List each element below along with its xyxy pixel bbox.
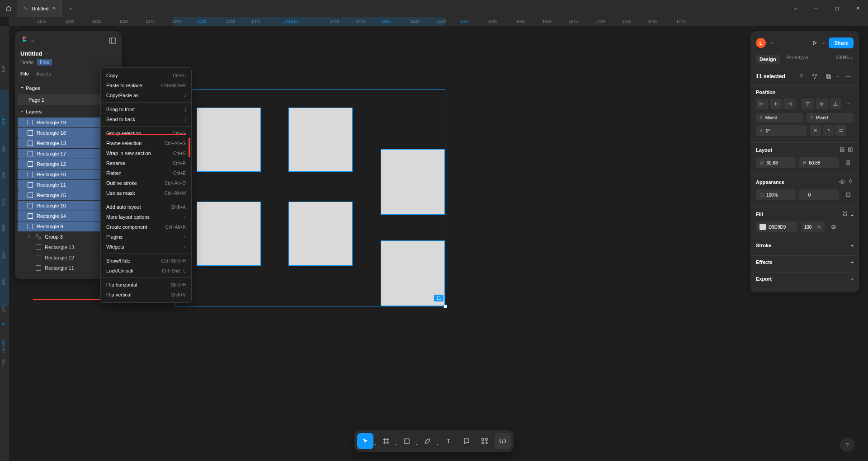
- text-tool[interactable]: T: [440, 433, 457, 449]
- add-fill-icon[interactable]: +: [851, 212, 854, 218]
- close-icon[interactable]: ✕: [52, 5, 56, 11]
- opacity-input[interactable]: ▢100%: [756, 189, 796, 200]
- menu-item[interactable]: Bring to front]: [101, 104, 191, 114]
- menu-item[interactable]: Copy/Paste as›: [101, 90, 191, 100]
- menu-item[interactable]: Paste to replaceCtrl+Shift+R: [101, 80, 191, 90]
- more-icon[interactable]: ⋯: [843, 71, 854, 82]
- width-input[interactable]: W60.88: [756, 157, 796, 168]
- dev-mode-tool[interactable]: [495, 433, 511, 449]
- duplicate-icon[interactable]: [823, 71, 834, 82]
- minimize-button[interactable]: ─: [806, 0, 826, 17]
- visibility-icon[interactable]: [839, 179, 845, 185]
- fill-color-input[interactable]: D9D9D9: [756, 221, 797, 232]
- x-input[interactable]: XMixed: [756, 113, 803, 122]
- chevron-down-icon[interactable]: ▾: [416, 442, 418, 447]
- fill-opacity-input[interactable]: 100%: [801, 221, 825, 232]
- window-chevron[interactable]: [785, 0, 806, 17]
- zoom-level[interactable]: 238%: [836, 55, 854, 64]
- share-button[interactable]: Share: [829, 38, 854, 48]
- fill-visibility-icon[interactable]: [828, 221, 839, 232]
- canvas-rectangle[interactable]: [381, 149, 445, 215]
- chevron-down-icon[interactable]: ▾: [437, 442, 439, 447]
- radius-input[interactable]: ⌐0: [799, 189, 839, 200]
- avatar[interactable]: L: [756, 38, 766, 48]
- move-tool[interactable]: [357, 433, 373, 449]
- height-input[interactable]: H60.88: [799, 157, 839, 168]
- menu-item[interactable]: FlattenCtrl+E: [101, 168, 191, 178]
- menu-item[interactable]: Widgets›: [101, 242, 191, 252]
- menu-item[interactable]: Create componentCtrl+Alt+K: [101, 222, 191, 232]
- menu-item[interactable]: Lock/UnlockCtrl+Shift+L: [101, 266, 191, 276]
- tab-prototype[interactable]: Prototype: [787, 55, 808, 64]
- comment-tool[interactable]: [458, 433, 475, 449]
- selection-handle[interactable]: [443, 305, 447, 308]
- canvas-rectangle[interactable]: [288, 202, 353, 266]
- remove-fill-icon[interactable]: −: [843, 221, 854, 232]
- tidy-icon[interactable]: [835, 125, 846, 136]
- svg-point-33: [833, 226, 835, 228]
- align-hcenter-button[interactable]: [770, 99, 782, 109]
- titlebar: Untitled ✕ + ─ ◻ ✕: [0, 0, 868, 17]
- align-vcenter-button[interactable]: [816, 99, 828, 109]
- radius-detail-icon[interactable]: [843, 189, 854, 200]
- chevron-down-icon[interactable]: ▾: [374, 442, 376, 447]
- add-tab-button[interactable]: +: [62, 6, 79, 11]
- red-highlight-marker: [189, 138, 190, 157]
- menu-item[interactable]: Frame selectionCtrl+Alt+G: [101, 138, 191, 148]
- blend-icon[interactable]: [847, 179, 854, 185]
- menu-item[interactable]: Wrap in new sectionCtrl+S: [101, 148, 191, 158]
- auto-layout-v-icon[interactable]: [839, 146, 845, 153]
- menu-item[interactable]: Flip horizontalShift+H: [101, 280, 191, 290]
- auto-layout-h-icon[interactable]: [847, 146, 854, 153]
- menu-item[interactable]: Show/HideCtrl+Shift+H: [101, 256, 191, 266]
- style-icon[interactable]: [842, 211, 848, 217]
- more-align-icon[interactable]: ⋯: [843, 99, 854, 109]
- svg-rect-28: [846, 193, 850, 197]
- align-right-button[interactable]: [783, 99, 796, 109]
- help-button[interactable]: ?: [840, 437, 854, 452]
- close-button[interactable]: ✕: [847, 0, 868, 17]
- constrain-icon[interactable]: [843, 157, 854, 168]
- menu-item[interactable]: Group selectionCtrl+G: [101, 128, 191, 138]
- menu-item[interactable]: RenameCtrl+R: [101, 158, 191, 168]
- canvas-rectangle[interactable]: [197, 202, 261, 266]
- align-top-button[interactable]: [802, 99, 814, 109]
- tab-design[interactable]: Design: [756, 55, 780, 64]
- menu-item[interactable]: Use as maskCtrl+Alt+M: [101, 188, 191, 198]
- menu-item[interactable]: Send to back[: [101, 114, 191, 124]
- main-menu-button[interactable]: [20, 37, 34, 45]
- maximize-button[interactable]: ◻: [826, 0, 847, 17]
- y-input[interactable]: YMixed: [807, 113, 854, 122]
- flip-v-icon[interactable]: [823, 125, 834, 136]
- play-icon[interactable]: [811, 40, 818, 46]
- menu-item[interactable]: Flip verticalShift+V: [101, 290, 191, 300]
- drafts-label[interactable]: Drafts: [20, 60, 33, 65]
- rotation-input[interactable]: ⟲0°: [756, 125, 807, 136]
- add-effect-icon[interactable]: +: [851, 259, 854, 265]
- flip-h-icon[interactable]: [810, 125, 821, 136]
- menu-item[interactable]: CopyCtrl+C: [101, 71, 191, 80]
- menu-item[interactable]: Plugins›: [101, 232, 191, 242]
- canvas-rectangle[interactable]: [288, 108, 353, 172]
- shape-tool[interactable]: [399, 433, 415, 449]
- align-left-button[interactable]: [756, 99, 768, 109]
- panel-toggle-icon[interactable]: [109, 38, 116, 44]
- component-icon[interactable]: [796, 71, 807, 82]
- menu-item[interactable]: Add auto layoutShift+A: [101, 202, 191, 212]
- actions-tool[interactable]: [476, 433, 493, 449]
- document-title: Untitled: [20, 50, 42, 57]
- canvas-rectangle[interactable]: [197, 108, 261, 172]
- variant-icon[interactable]: [809, 71, 820, 82]
- document-tab[interactable]: Untitled ✕: [17, 0, 62, 17]
- align-bottom-button[interactable]: [830, 99, 842, 109]
- home-button[interactable]: [0, 0, 17, 17]
- tab-file[interactable]: File: [20, 71, 29, 79]
- add-export-icon[interactable]: +: [851, 276, 854, 282]
- add-stroke-icon[interactable]: +: [851, 243, 854, 248]
- frame-tool[interactable]: [378, 433, 394, 449]
- pen-tool[interactable]: [420, 433, 436, 449]
- menu-item[interactable]: More layout options›: [101, 212, 191, 222]
- tab-assets[interactable]: Assets: [36, 71, 51, 79]
- chevron-down-icon[interactable]: ▾: [395, 442, 397, 447]
- menu-item[interactable]: Outline strokeCtrl+Alt+O: [101, 178, 191, 188]
